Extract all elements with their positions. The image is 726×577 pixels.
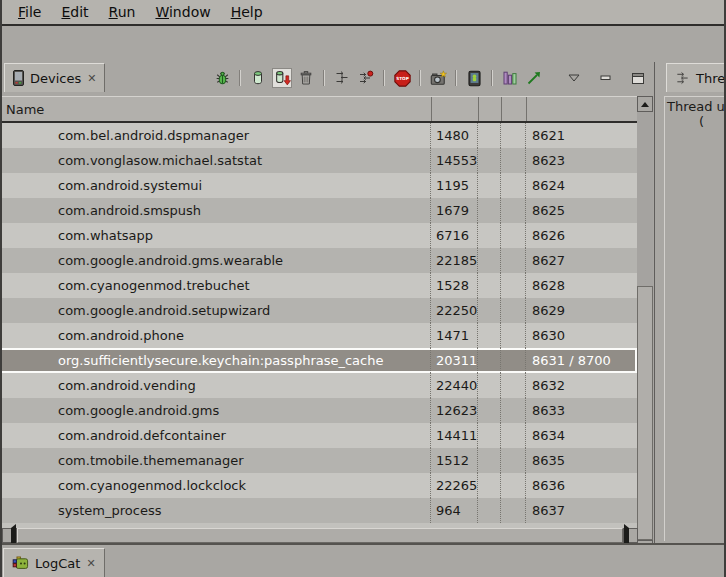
threads-tab-icon [675,71,690,86]
table-row[interactable]: com.whatsapp67168626 [0,223,637,248]
table-row[interactable]: com.android.defcontainer144118634 [0,423,637,448]
cell-port: 8635 [526,448,637,473]
table-row[interactable]: com.vonglasow.michael.satstat145538623 [0,148,637,173]
table-row[interactable]: com.android.smspush16798625 [0,198,637,223]
cell-name: com.android.vending [0,373,431,398]
dump-hprof-button[interactable] [272,68,292,88]
horizontal-scrollbar-thumb[interactable] [17,528,623,543]
menu-edit[interactable]: Edit [51,2,98,22]
cell-pid: 22440 [431,373,478,398]
toolbar-separator [383,70,385,86]
table-row[interactable]: system_process9648637 [0,498,637,523]
cell-pid: 1471 [431,323,478,348]
minimize-view-button[interactable] [596,68,616,88]
ddms-window: File Edit Run Window Help Devices ✕ [0,0,726,577]
horizontal-scrollbar[interactable] [2,528,638,543]
scroll-left-button[interactable] [2,528,17,543]
cell-port: 8625 [526,198,637,223]
menu-help[interactable]: Help [221,2,273,22]
cell-c3 [478,348,501,373]
cell-c3 [478,173,501,198]
update-heap-button[interactable] [248,68,268,88]
cell-c3 [478,223,501,248]
logcat-icon [12,555,29,571]
stop-sign-icon: STOP [394,70,411,87]
cell-c3 [478,273,501,298]
device-screen-button[interactable] [464,68,484,88]
debug-process-button[interactable] [212,68,232,88]
start-method-profiling-button[interactable] [356,68,376,88]
close-icon[interactable]: ✕ [87,73,96,84]
table-row[interactable]: com.bel.android.dspmanager14808621 [0,123,637,148]
toolbar-separator [239,70,241,86]
cell-c3 [478,198,501,223]
panel-divider[interactable] [654,62,655,543]
scroll-up-button[interactable] [637,96,653,112]
menu-window[interactable]: Window [145,2,220,22]
vertical-scrollbar[interactable] [637,96,653,556]
cell-port: 8629 [526,298,637,323]
profiling-arrow-button[interactable] [524,68,544,88]
table-row[interactable]: com.tmobile.thememanager15128635 [0,448,637,473]
table-row[interactable]: com.android.vending224408632 [0,373,637,398]
tab-logcat[interactable]: LogCat ✕ [3,548,105,577]
table-row[interactable]: com.google.android.gms.wearable221858627 [0,248,637,273]
cell-name: com.android.defcontainer [0,423,431,448]
column-header-heap[interactable] [478,97,501,121]
maximize-view-button[interactable] [628,68,648,88]
cell-port: 8636 [526,473,637,498]
cell-pid: 1195 [431,173,478,198]
menu-run[interactable]: Run [99,2,146,22]
table-row[interactable]: com.google.android.setupwizard222508629 [0,298,637,323]
table-row[interactable]: com.cyanogenmod.trebuchet15288628 [0,273,637,298]
cell-port: 8628 [526,273,637,298]
heap-cylinder-icon [250,70,266,86]
stop-process-button[interactable]: STOP [392,68,412,88]
cell-port: 8632 [526,373,637,398]
cell-name: com.tmobile.thememanager [0,448,431,473]
cell-pid: 6716 [431,223,478,248]
cell-name: org.sufficientlysecure.keychain:passphra… [0,348,431,373]
devices-tabbar: Devices ✕ [0,62,655,94]
cell-port: 8631 / 8700 [526,348,637,373]
toolbar-separator [323,70,325,86]
table-row[interactable]: com.android.systemui11958624 [0,173,637,198]
update-threads-button[interactable] [332,68,352,88]
screen-capture-button[interactable] [428,68,448,88]
column-header-threads[interactable] [501,97,526,121]
threads-tab-label: Threads [696,71,726,86]
column-header-name[interactable]: Name [0,97,431,121]
table-row[interactable]: com.google.android.gms126238633 [0,398,637,423]
toolbar-separator [491,70,493,86]
cell-pid: 964 [431,498,478,523]
cell-c4 [501,148,526,173]
tab-devices[interactable]: Devices ✕ [4,63,105,92]
scroll-right-button[interactable] [623,528,638,543]
threads-profiling-icon [358,70,374,86]
cell-c3 [478,398,501,423]
table-row[interactable]: com.cyanogenmod.lockclock222658636 [0,473,637,498]
close-icon[interactable]: ✕ [86,558,95,569]
vertical-scrollbar-thumb[interactable] [637,286,653,540]
cell-c3 [478,448,501,473]
threads-message-line1: Thread up [665,99,726,114]
cell-c4 [501,298,526,323]
cell-pid: 12623 [431,398,478,423]
cause-gc-button[interactable] [296,68,316,88]
table-row[interactable]: org.sufficientlysecure.keychain:passphra… [0,348,637,373]
cell-port: 8634 [526,423,637,448]
tab-threads[interactable]: Threads [666,63,726,92]
menu-file[interactable]: File [8,2,51,22]
column-header-port[interactable] [526,97,637,121]
cell-name: com.google.android.setupwizard [0,298,431,323]
minimize-icon [599,72,613,84]
cell-port: 8637 [526,498,637,523]
cell-pid: 22250 [431,298,478,323]
columns-view-button[interactable] [500,68,520,88]
threads-icon [334,70,350,86]
column-header-pid[interactable] [431,97,478,121]
cell-port: 8633 [526,398,637,423]
table-row[interactable]: com.android.phone14718630 [0,323,637,348]
view-menu-button[interactable] [564,68,584,88]
cell-c3 [478,473,501,498]
